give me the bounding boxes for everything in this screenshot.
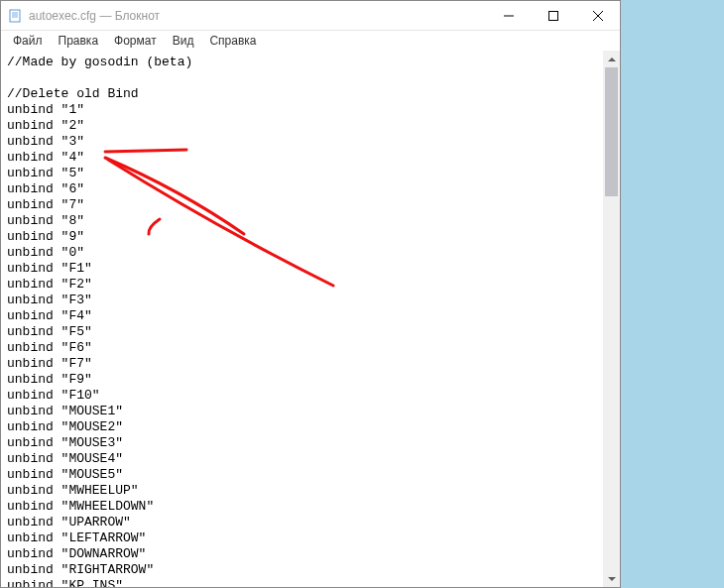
menu-help[interactable]: Справка — [201, 32, 264, 50]
titlebar: autoexec.cfg — Блокнот — [1, 1, 620, 31]
svg-marker-9 — [608, 577, 616, 581]
window-controls — [486, 1, 620, 30]
svg-rect-0 — [10, 10, 20, 22]
menubar: Файл Правка Формат Вид Справка — [1, 31, 620, 51]
scroll-up-button[interactable] — [603, 51, 620, 67]
menu-edit[interactable]: Правка — [51, 32, 107, 50]
content-wrap: //Made by gosodin (beta) //Delete old Bi… — [1, 51, 620, 587]
scroll-down-button[interactable] — [603, 570, 620, 587]
vertical-scrollbar[interactable] — [603, 51, 620, 587]
svg-rect-5 — [548, 11, 557, 20]
minimize-button[interactable] — [486, 1, 531, 30]
menu-view[interactable]: Вид — [165, 32, 202, 50]
scroll-thumb[interactable] — [605, 67, 618, 196]
notepad-icon — [7, 8, 23, 24]
text-area[interactable]: //Made by gosodin (beta) //Delete old Bi… — [1, 51, 603, 587]
svg-marker-8 — [608, 58, 616, 61]
window-title: autoexec.cfg — Блокнот — [29, 9, 486, 23]
close-button[interactable] — [575, 1, 620, 30]
menu-file[interactable]: Файл — [5, 32, 51, 50]
menu-format[interactable]: Формат — [106, 32, 165, 50]
notepad-window: autoexec.cfg — Блокнот Файл Правка Форма… — [0, 0, 621, 588]
maximize-button[interactable] — [531, 1, 575, 30]
